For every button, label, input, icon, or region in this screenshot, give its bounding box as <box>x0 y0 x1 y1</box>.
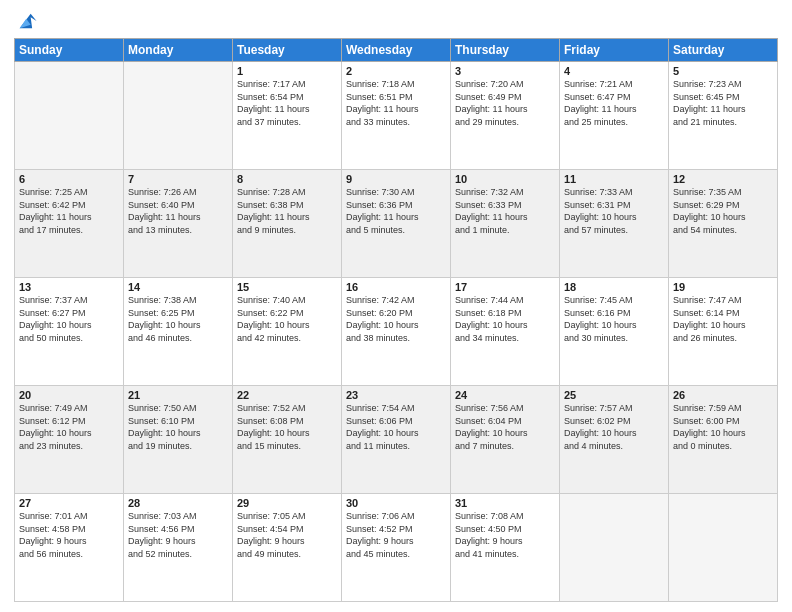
day-detail: Sunrise: 7:40 AM Sunset: 6:22 PM Dayligh… <box>237 294 337 344</box>
calendar-week-row: 6Sunrise: 7:25 AM Sunset: 6:42 PM Daylig… <box>15 170 778 278</box>
calendar-cell: 3Sunrise: 7:20 AM Sunset: 6:49 PM Daylig… <box>451 62 560 170</box>
day-detail: Sunrise: 7:47 AM Sunset: 6:14 PM Dayligh… <box>673 294 773 344</box>
weekday-header: Saturday <box>669 39 778 62</box>
day-detail: Sunrise: 7:01 AM Sunset: 4:58 PM Dayligh… <box>19 510 119 560</box>
day-number: 31 <box>455 497 555 509</box>
header <box>14 10 778 32</box>
weekday-header: Sunday <box>15 39 124 62</box>
day-detail: Sunrise: 7:32 AM Sunset: 6:33 PM Dayligh… <box>455 186 555 236</box>
day-detail: Sunrise: 7:23 AM Sunset: 6:45 PM Dayligh… <box>673 78 773 128</box>
day-number: 22 <box>237 389 337 401</box>
weekday-header: Friday <box>560 39 669 62</box>
calendar-cell: 20Sunrise: 7:49 AM Sunset: 6:12 PM Dayli… <box>15 386 124 494</box>
day-number: 12 <box>673 173 773 185</box>
day-detail: Sunrise: 7:28 AM Sunset: 6:38 PM Dayligh… <box>237 186 337 236</box>
day-number: 10 <box>455 173 555 185</box>
day-detail: Sunrise: 7:45 AM Sunset: 6:16 PM Dayligh… <box>564 294 664 344</box>
calendar-cell: 16Sunrise: 7:42 AM Sunset: 6:20 PM Dayli… <box>342 278 451 386</box>
day-number: 15 <box>237 281 337 293</box>
calendar-cell: 6Sunrise: 7:25 AM Sunset: 6:42 PM Daylig… <box>15 170 124 278</box>
logo-icon <box>16 10 38 32</box>
day-detail: Sunrise: 7:18 AM Sunset: 6:51 PM Dayligh… <box>346 78 446 128</box>
calendar-week-row: 20Sunrise: 7:49 AM Sunset: 6:12 PM Dayli… <box>15 386 778 494</box>
day-detail: Sunrise: 7:37 AM Sunset: 6:27 PM Dayligh… <box>19 294 119 344</box>
day-number: 1 <box>237 65 337 77</box>
calendar-cell: 2Sunrise: 7:18 AM Sunset: 6:51 PM Daylig… <box>342 62 451 170</box>
day-number: 16 <box>346 281 446 293</box>
calendar-table: SundayMondayTuesdayWednesdayThursdayFrid… <box>14 38 778 602</box>
calendar-cell: 30Sunrise: 7:06 AM Sunset: 4:52 PM Dayli… <box>342 494 451 602</box>
calendar-cell: 28Sunrise: 7:03 AM Sunset: 4:56 PM Dayli… <box>124 494 233 602</box>
calendar-cell <box>560 494 669 602</box>
calendar-cell: 25Sunrise: 7:57 AM Sunset: 6:02 PM Dayli… <box>560 386 669 494</box>
day-detail: Sunrise: 7:54 AM Sunset: 6:06 PM Dayligh… <box>346 402 446 452</box>
calendar-cell: 14Sunrise: 7:38 AM Sunset: 6:25 PM Dayli… <box>124 278 233 386</box>
calendar-cell <box>669 494 778 602</box>
calendar-cell: 13Sunrise: 7:37 AM Sunset: 6:27 PM Dayli… <box>15 278 124 386</box>
day-number: 6 <box>19 173 119 185</box>
day-detail: Sunrise: 7:05 AM Sunset: 4:54 PM Dayligh… <box>237 510 337 560</box>
day-number: 30 <box>346 497 446 509</box>
calendar-cell: 4Sunrise: 7:21 AM Sunset: 6:47 PM Daylig… <box>560 62 669 170</box>
calendar-cell: 12Sunrise: 7:35 AM Sunset: 6:29 PM Dayli… <box>669 170 778 278</box>
day-number: 26 <box>673 389 773 401</box>
calendar-cell: 11Sunrise: 7:33 AM Sunset: 6:31 PM Dayli… <box>560 170 669 278</box>
calendar-cell: 19Sunrise: 7:47 AM Sunset: 6:14 PM Dayli… <box>669 278 778 386</box>
day-number: 28 <box>128 497 228 509</box>
calendar-cell: 8Sunrise: 7:28 AM Sunset: 6:38 PM Daylig… <box>233 170 342 278</box>
page: SundayMondayTuesdayWednesdayThursdayFrid… <box>0 0 792 612</box>
calendar-cell: 5Sunrise: 7:23 AM Sunset: 6:45 PM Daylig… <box>669 62 778 170</box>
day-number: 19 <box>673 281 773 293</box>
day-number: 18 <box>564 281 664 293</box>
day-detail: Sunrise: 7:20 AM Sunset: 6:49 PM Dayligh… <box>455 78 555 128</box>
day-number: 23 <box>346 389 446 401</box>
day-number: 21 <box>128 389 228 401</box>
calendar-cell: 29Sunrise: 7:05 AM Sunset: 4:54 PM Dayli… <box>233 494 342 602</box>
weekday-header: Tuesday <box>233 39 342 62</box>
day-number: 29 <box>237 497 337 509</box>
day-number: 8 <box>237 173 337 185</box>
day-number: 20 <box>19 389 119 401</box>
weekday-header-row: SundayMondayTuesdayWednesdayThursdayFrid… <box>15 39 778 62</box>
calendar-cell: 1Sunrise: 7:17 AM Sunset: 6:54 PM Daylig… <box>233 62 342 170</box>
calendar-cell: 23Sunrise: 7:54 AM Sunset: 6:06 PM Dayli… <box>342 386 451 494</box>
day-detail: Sunrise: 7:49 AM Sunset: 6:12 PM Dayligh… <box>19 402 119 452</box>
day-number: 7 <box>128 173 228 185</box>
day-detail: Sunrise: 7:50 AM Sunset: 6:10 PM Dayligh… <box>128 402 228 452</box>
day-detail: Sunrise: 7:30 AM Sunset: 6:36 PM Dayligh… <box>346 186 446 236</box>
day-number: 13 <box>19 281 119 293</box>
day-detail: Sunrise: 7:33 AM Sunset: 6:31 PM Dayligh… <box>564 186 664 236</box>
day-number: 4 <box>564 65 664 77</box>
weekday-header: Thursday <box>451 39 560 62</box>
day-number: 17 <box>455 281 555 293</box>
calendar-week-row: 1Sunrise: 7:17 AM Sunset: 6:54 PM Daylig… <box>15 62 778 170</box>
day-detail: Sunrise: 7:17 AM Sunset: 6:54 PM Dayligh… <box>237 78 337 128</box>
day-number: 5 <box>673 65 773 77</box>
calendar-cell <box>124 62 233 170</box>
day-detail: Sunrise: 7:56 AM Sunset: 6:04 PM Dayligh… <box>455 402 555 452</box>
day-number: 27 <box>19 497 119 509</box>
day-number: 11 <box>564 173 664 185</box>
calendar-week-row: 13Sunrise: 7:37 AM Sunset: 6:27 PM Dayli… <box>15 278 778 386</box>
calendar-cell: 10Sunrise: 7:32 AM Sunset: 6:33 PM Dayli… <box>451 170 560 278</box>
calendar-cell: 24Sunrise: 7:56 AM Sunset: 6:04 PM Dayli… <box>451 386 560 494</box>
calendar-week-row: 27Sunrise: 7:01 AM Sunset: 4:58 PM Dayli… <box>15 494 778 602</box>
day-number: 25 <box>564 389 664 401</box>
weekday-header: Wednesday <box>342 39 451 62</box>
calendar-cell <box>15 62 124 170</box>
day-number: 9 <box>346 173 446 185</box>
weekday-header: Monday <box>124 39 233 62</box>
day-detail: Sunrise: 7:35 AM Sunset: 6:29 PM Dayligh… <box>673 186 773 236</box>
day-detail: Sunrise: 7:42 AM Sunset: 6:20 PM Dayligh… <box>346 294 446 344</box>
day-number: 3 <box>455 65 555 77</box>
day-detail: Sunrise: 7:21 AM Sunset: 6:47 PM Dayligh… <box>564 78 664 128</box>
calendar-cell: 18Sunrise: 7:45 AM Sunset: 6:16 PM Dayli… <box>560 278 669 386</box>
logo <box>14 14 38 32</box>
day-number: 24 <box>455 389 555 401</box>
day-detail: Sunrise: 7:26 AM Sunset: 6:40 PM Dayligh… <box>128 186 228 236</box>
day-detail: Sunrise: 7:52 AM Sunset: 6:08 PM Dayligh… <box>237 402 337 452</box>
calendar-cell: 31Sunrise: 7:08 AM Sunset: 4:50 PM Dayli… <box>451 494 560 602</box>
day-detail: Sunrise: 7:03 AM Sunset: 4:56 PM Dayligh… <box>128 510 228 560</box>
day-detail: Sunrise: 7:06 AM Sunset: 4:52 PM Dayligh… <box>346 510 446 560</box>
calendar-cell: 17Sunrise: 7:44 AM Sunset: 6:18 PM Dayli… <box>451 278 560 386</box>
